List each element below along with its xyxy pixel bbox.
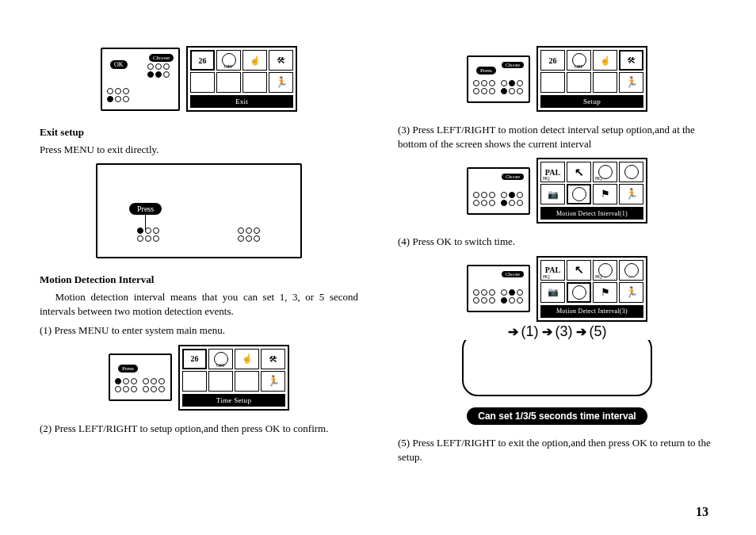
right-column: Press Choose 26 OFF [398,40,716,511]
flag-icon [593,282,617,303]
dpad-left [115,378,138,393]
screen-mdi-3: PALHQ HQ Motion Detect Interval(3) [536,256,647,322]
step-4: (4) Press OK to switch time. [398,235,716,249]
controller-pad: OK Choose [101,48,180,111]
cam-icon [540,184,565,204]
step-2: (2) Press LEFT/RIGHT to setup option,and… [40,422,358,436]
screen-bar-setup: Setup [540,95,643,108]
screen-mdi-1: PALHQ HQ Motion Detect Interval(1) [536,158,647,224]
figure-exit: OK Choose 26 OFF [40,46,358,114]
hand-icon [235,349,259,369]
flag-icon [593,184,617,204]
dpad-right [147,63,170,78]
controller-pad: Choose [467,265,530,312]
choose-bubble: Choose [149,54,174,62]
cycle-5: (5) [590,323,607,340]
run-icon [619,72,643,93]
figure-time-setup: Press 26 OFF [40,345,358,411]
step-3: (3) Press LEFT/RIGHT to motion detect in… [398,123,716,151]
run-icon [269,72,293,93]
figure-cycle: (1) (3) (5) Can set 1/3/5 seconds time i… [398,333,716,425]
run-icon [619,282,643,303]
arrow-icon [576,324,586,339]
arrow-icon [542,324,552,339]
dpad-right [501,192,524,207]
calendar-icon: 26 [190,50,215,71]
shutter-icon [567,282,591,303]
crop-icon [619,162,643,182]
dpad-left [473,192,496,207]
press-bubble: Press [129,203,162,215]
pal-icon: PALHQ [540,162,565,182]
crop-icon [619,260,643,281]
exit-heading: Exit setup [40,125,358,139]
cursor-icon [567,162,591,182]
tools-icon [269,50,293,71]
step-1: (1) Press MENU to enter system main menu… [40,323,358,338]
shutter-icon: OFF [216,50,241,71]
screen-setup: 26 OFF Setup [536,46,647,112]
step-5: (5) Press LEFT/RIGHT to exit the option,… [398,436,716,464]
press-bubble: Press [118,365,138,373]
hand-icon [593,50,617,71]
screen-bar-exit: Exit [190,95,293,108]
shutter-icon: HQ [593,260,617,281]
ok-bubble: OK [110,60,128,69]
dpad-a [137,227,160,243]
hand-icon [242,50,267,71]
cursor-icon [567,260,591,281]
screen-bar-mdi3: Motion Detect Interval(3) [540,305,643,318]
figure-mdi-1: Choose PALHQ HQ [398,158,716,224]
pal-icon: PALHQ [540,260,565,281]
exit-body: Press MENU to exit directly. [40,143,358,157]
shutter-icon: OFF [567,50,591,71]
shutter-icon: HQ [593,162,617,182]
left-column: OK Choose 26 OFF [40,40,358,511]
run-icon [619,184,643,204]
shutter-icon [567,184,591,204]
tools-icon [261,349,285,369]
dpad-right [501,80,524,95]
cycle-caption: Can set 1/3/5 seconds time interval [467,407,647,425]
controller-pad: Choose [467,167,530,215]
screen-bar-mdi1: Motion Detect Interval(1) [540,207,643,220]
mdi-heading: Motion Detection Interval [40,273,358,287]
dpad-right [143,378,166,393]
dpad-right [501,289,524,304]
cycle-3: (3) [556,323,573,340]
figure-press: Press [40,163,358,262]
screen-exit: 26 OFF Exit [186,46,297,112]
calendar-icon: 26 [182,349,207,369]
dpad-left [473,289,496,304]
figure-mdi-3: Choose PALHQ HQ [398,256,716,322]
controller-pad: Press Choose [467,55,530,103]
run-icon [261,371,285,392]
mdi-body: Motion detection interval means that you… [40,290,358,319]
screen-bar-time: Time Setup [182,394,285,407]
dpad-left [473,80,496,95]
screen-time-setup: 26 OFF Time Setup [178,345,289,411]
press-bubble: Press [476,67,496,75]
arrow-icon [508,324,518,339]
cycle-1: (1) [521,323,539,340]
dpad-b [238,227,261,243]
choose-bubble: Choose [502,174,524,180]
choose-bubble: Choose [502,62,524,68]
cam-icon [540,282,565,303]
choose-bubble: Choose [502,271,524,277]
calendar-icon: 26 [540,50,565,71]
tools-icon [619,50,643,71]
page-number: 13 [696,505,708,519]
figure-setup: Press Choose 26 OFF [398,46,716,112]
controller-pad: Press [109,353,172,401]
shutter-icon: OFF [208,349,233,369]
dpad-left [107,88,130,103]
